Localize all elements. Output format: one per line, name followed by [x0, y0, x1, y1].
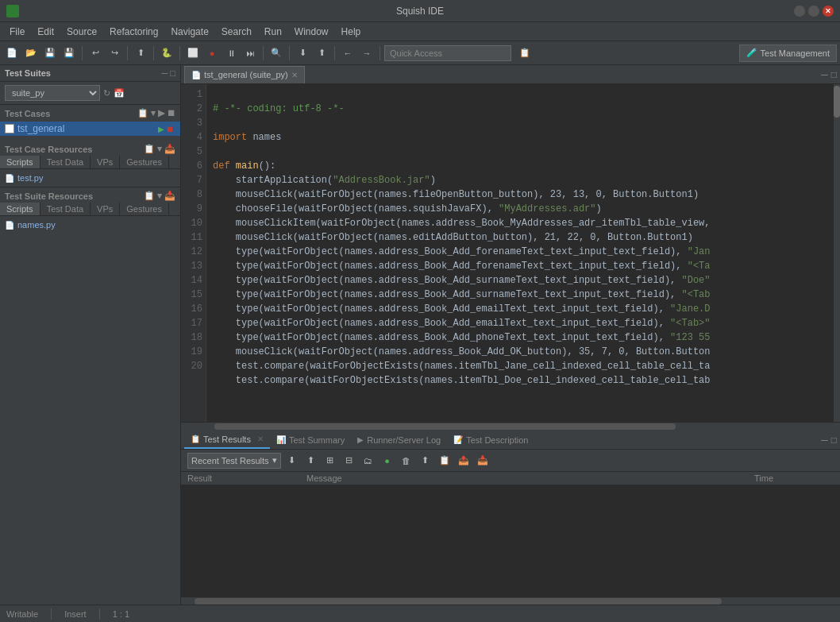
menu-navigate[interactable]: Navigate [164, 25, 214, 39]
dropdown-icon[interactable]: ▾ [151, 108, 156, 118]
editor-minimize-button[interactable]: ─ [821, 69, 828, 80]
tcr-import-icon[interactable]: 📥 [164, 144, 175, 154]
cursor-button[interactable]: ⬆ [132, 44, 149, 62]
menu-file[interactable]: File [3, 25, 31, 39]
test-case-item[interactable]: tst_general ▶ ⏹ [0, 122, 180, 136]
add-test-case-icon[interactable]: 📋 [137, 108, 148, 118]
test-management-button[interactable]: 🧪 Test Management [739, 44, 837, 62]
menu-search[interactable]: Search [215, 25, 258, 39]
window-maximize-button[interactable]: □ [808, 6, 819, 17]
results-maximize-button[interactable]: □ [831, 435, 837, 446]
results-icon: 📋 [191, 435, 200, 443]
step-button[interactable]: ⏭ [241, 44, 259, 62]
menu-window[interactable]: Window [288, 25, 335, 39]
nav-down-button[interactable]: ⬇ [294, 44, 311, 62]
test-suites-header: Test Suites ─ □ [0, 65, 180, 82]
code-editor[interactable]: 1 2 3 4 5 6 7 8 9 10 11 12 13 14 15 16 1 [181, 84, 840, 422]
run-icon[interactable]: ▶ [158, 125, 164, 133]
tab-test-summary[interactable]: 📊 Test Summary [270, 431, 351, 449]
results-extra-4[interactable]: 📥 [475, 453, 491, 469]
results-clear-button[interactable]: 🗑 [399, 453, 414, 469]
tsr-import-icon[interactable]: 📥 [164, 191, 175, 201]
tsr-add-icon[interactable]: 📋 [144, 191, 155, 201]
message-column-header: Message [306, 473, 754, 483]
results-view-button[interactable]: 🗂 [360, 453, 376, 469]
editor-h-scrollbar[interactable] [181, 422, 840, 430]
results-tab-bar: 📋 Test Results ✕ 📊 Test Summary ▶ Runner… [181, 431, 840, 450]
results-minimize-button[interactable]: ─ [821, 435, 828, 446]
pause-button[interactable]: ⏸ [222, 44, 240, 62]
editor-tab[interactable]: 📄 tst_general (suite_py) ✕ [184, 66, 305, 83]
results-h-scrollbar[interactable] [181, 597, 840, 605]
menu-edit[interactable]: Edit [31, 25, 60, 39]
test-case-checkbox[interactable] [5, 124, 14, 133]
tab-scripts[interactable]: Scripts [0, 156, 40, 168]
tab-test-data[interactable]: Test Data [40, 156, 91, 168]
forward-button[interactable]: → [358, 44, 376, 62]
maximize-panel-icon[interactable]: □ [170, 68, 175, 78]
calendar-icon[interactable]: 📅 [114, 88, 125, 99]
script-file-item[interactable]: 📄 test.py [5, 172, 175, 184]
vertical-scrollbar[interactable] [834, 84, 840, 422]
stop-test-case-icon[interactable]: ⏹ [167, 108, 175, 118]
stop-icon[interactable]: ⏹ [166, 125, 174, 133]
tsr-dropdown-icon[interactable]: ▾ [157, 191, 162, 201]
save-button[interactable]: 💾 [41, 44, 59, 62]
quick-access-field[interactable]: Quick Access [384, 45, 511, 61]
save-all-button[interactable]: 💾 [60, 44, 78, 62]
status-sep-1 [51, 608, 52, 620]
results-collapse-button[interactable]: ⊟ [341, 453, 357, 469]
suite-script-file-item[interactable]: 📄 names.py [5, 219, 175, 230]
open-button[interactable]: 📂 [22, 44, 40, 62]
window-close-button[interactable]: ✕ [823, 6, 834, 17]
suite-tab-test-data[interactable]: Test Data [40, 203, 91, 215]
tcr-dropdown-icon[interactable]: ▾ [157, 144, 162, 154]
results-nav-up-button[interactable]: ⬆ [303, 453, 319, 469]
results-panel: 📋 Test Results ✕ 📊 Test Summary ▶ Runner… [181, 430, 840, 605]
tab-runner-log[interactable]: ▶ Runner/Server Log [351, 431, 447, 449]
menu-bar: File Edit Source Refactoring Navigate Se… [0, 22, 840, 41]
h-scroll-thumb[interactable] [214, 423, 676, 430]
suite-tab-scripts[interactable]: Scripts [0, 203, 40, 215]
suite-tab-vps[interactable]: VPs [91, 203, 120, 215]
results-extra-1[interactable]: ⬆ [418, 453, 433, 469]
scroll-thumb[interactable] [834, 86, 840, 118]
python-button[interactable]: 🐍 [158, 44, 175, 62]
minimize-panel-icon[interactable]: ─ [162, 68, 168, 78]
suite-tab-gestures[interactable]: Gestures [120, 203, 169, 215]
undo-button[interactable]: ↩ [87, 44, 104, 62]
tab-test-results[interactable]: 📋 Test Results ✕ [184, 431, 270, 449]
new-button[interactable]: 📄 [3, 44, 21, 62]
tab-gestures[interactable]: Gestures [120, 156, 169, 168]
refresh-icon[interactable]: ↻ [103, 88, 110, 99]
back-button[interactable]: ← [339, 44, 356, 62]
tcr-add-icon[interactable]: 📋 [144, 144, 155, 154]
line-numbers: 1 2 3 4 5 6 7 8 9 10 11 12 13 14 15 16 1 [181, 84, 206, 422]
code-content[interactable]: # -*- coding: utf-8 -*- import names def… [206, 84, 834, 422]
recent-results-dropdown[interactable]: Recent Test Results ▾ [187, 453, 281, 469]
results-pass-filter[interactable]: ● [380, 453, 395, 469]
stop-button[interactable]: ● [203, 44, 221, 62]
spy-button[interactable]: 🔍 [268, 44, 285, 62]
results-extra-2[interactable]: 📋 [437, 453, 453, 469]
menu-run[interactable]: Run [258, 25, 288, 39]
nav-up-button[interactable]: ⬆ [313, 44, 330, 62]
results-tab-close[interactable]: ✕ [257, 435, 264, 443]
results-expand-button[interactable]: ⊞ [322, 453, 338, 469]
record-button[interactable]: ⬜ [184, 44, 202, 62]
redo-button[interactable]: ↪ [106, 44, 123, 62]
editor-maximize-button[interactable]: □ [831, 69, 837, 80]
tab-close-button[interactable]: ✕ [291, 71, 298, 79]
tab-vps[interactable]: VPs [91, 156, 120, 168]
results-extra-3[interactable]: 📤 [456, 453, 472, 469]
tab-test-description[interactable]: 📝 Test Description [447, 431, 534, 449]
run-test-case-icon[interactable]: ▶ [158, 108, 164, 118]
results-h-scroll-thumb[interactable] [195, 598, 722, 605]
window-minimize-button[interactable]: ─ [794, 6, 805, 17]
menu-refactoring[interactable]: Refactoring [103, 25, 164, 39]
results-nav-down-button[interactable]: ⬇ [284, 453, 300, 469]
menu-help[interactable]: Help [335, 25, 368, 39]
menu-source[interactable]: Source [60, 25, 103, 39]
toolbar-extra-button[interactable]: 📋 [516, 44, 534, 62]
suite-dropdown[interactable]: suite_py [5, 85, 100, 101]
